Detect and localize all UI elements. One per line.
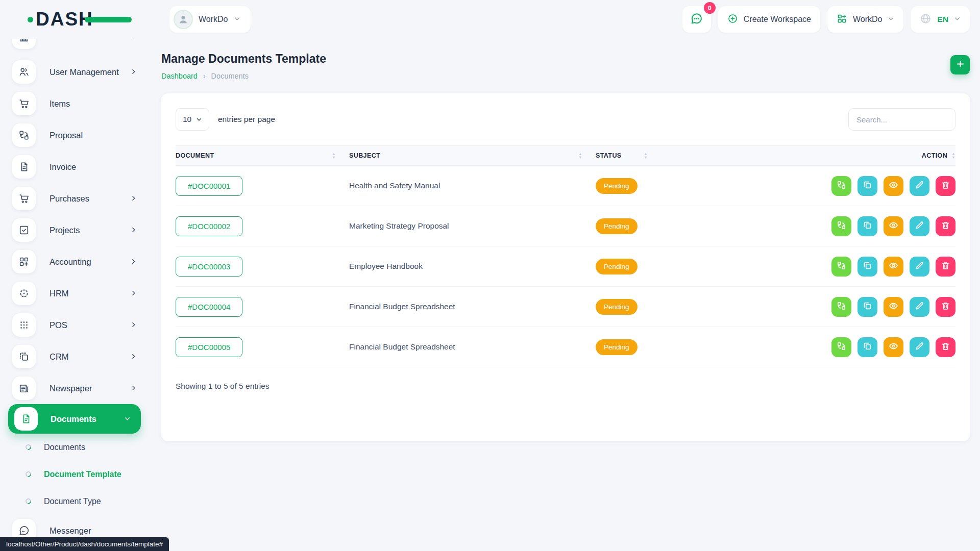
- cart-icon: [12, 92, 36, 115]
- table-row: #DOC00005Financial Budget SpreadsheetPen…: [176, 327, 955, 367]
- edit-button[interactable]: [910, 257, 929, 277]
- copy-icon: [863, 220, 872, 232]
- convert-icon: [837, 341, 846, 353]
- delete-button[interactable]: [936, 176, 955, 196]
- pencil-icon: [915, 220, 924, 232]
- subject-text: Health and Safety Manual: [349, 181, 440, 190]
- sidebar-item-hrm[interactable]: HRM: [0, 278, 149, 309]
- sidebar-item-accounting[interactable]: Accounting: [0, 246, 149, 278]
- sort-arrows-icon[interactable]: ▲▼: [951, 152, 955, 159]
- sidebar-item-partial[interactable]: [0, 39, 149, 54]
- sidebar-item-proposal[interactable]: Proposal: [0, 119, 149, 151]
- sidebar-item-label: CRM: [50, 352, 69, 362]
- breadcrumb-current: Documents: [211, 72, 249, 80]
- duplicate-button[interactable]: [857, 297, 877, 317]
- duplicate-button[interactable]: [857, 257, 877, 277]
- chevron-right-icon: [130, 67, 137, 77]
- workspace-switcher[interactable]: WorkDo: [169, 6, 251, 33]
- convert-button[interactable]: [831, 337, 851, 357]
- duplicate-button[interactable]: [857, 176, 877, 196]
- edit-button[interactable]: [910, 337, 929, 357]
- sidebar-subitem-label: Document Type: [44, 497, 101, 506]
- document-id-badge: #DOC00004: [176, 297, 242, 317]
- search-input[interactable]: [848, 108, 955, 131]
- create-workspace-button[interactable]: Create Workspace: [718, 6, 820, 33]
- chevron-down-icon: [234, 15, 240, 24]
- sidebar-item-items[interactable]: Items: [0, 88, 149, 119]
- sidebar-subitem-document-template[interactable]: Document Template: [0, 461, 149, 488]
- sidebar-subitem-documents[interactable]: Documents: [0, 434, 149, 461]
- header-actions: 0 Create Workspace WorkDo EN: [682, 6, 970, 33]
- sidebar: User ManagementItemsProposalInvoicePurch…: [0, 39, 149, 551]
- status-badge: Pending: [596, 178, 638, 194]
- duplicate-button[interactable]: [857, 337, 877, 357]
- document-id-badge: #DOC00005: [176, 337, 242, 357]
- sidebar-item-purchases[interactable]: Purchases: [0, 183, 149, 214]
- breadcrumb-dashboard[interactable]: Dashboard: [161, 72, 198, 80]
- brand-logo[interactable]: DASH: [36, 7, 138, 32]
- sidebar-item-documents[interactable]: Documents: [8, 404, 141, 434]
- breadcrumb-separator-icon: ›: [203, 72, 206, 80]
- delete-button[interactable]: [936, 257, 955, 277]
- language-button[interactable]: EN: [911, 6, 970, 33]
- view-button[interactable]: [884, 176, 903, 196]
- convert-button[interactable]: [831, 216, 851, 236]
- convert-button[interactable]: [831, 257, 851, 277]
- bullet-ring-icon: [24, 470, 32, 478]
- trash-icon: [941, 180, 950, 191]
- edit-button[interactable]: [910, 297, 929, 317]
- sort-arrows-icon[interactable]: ▲▼: [578, 152, 582, 159]
- duplicate-button[interactable]: [857, 216, 877, 236]
- document-id-badge: #DOC00003: [176, 257, 242, 277]
- sidebar-item-newspaper[interactable]: Newspaper: [0, 372, 149, 404]
- document-id-badge: #DOC00002: [176, 216, 242, 236]
- view-button[interactable]: [884, 216, 903, 236]
- column-header-status[interactable]: STATUS▲▼: [596, 152, 661, 159]
- page-header: Manage Documents Template Dashboard › Do…: [161, 52, 970, 80]
- copy-icon: [863, 180, 872, 191]
- view-button[interactable]: [884, 257, 903, 277]
- delete-button[interactable]: [936, 337, 955, 357]
- sort-arrows-icon[interactable]: ▲▼: [644, 152, 648, 159]
- invoice-icon: [12, 155, 36, 179]
- table-card: 10 entries per page DOCUMENT▲▼SUBJECT▲▼S…: [161, 93, 970, 441]
- table-row: #DOC00003Employee HandbookPending: [176, 246, 955, 287]
- pencil-icon: [915, 341, 924, 353]
- sidebar-item-projects[interactable]: Projects: [0, 214, 149, 246]
- projects-icon: [12, 218, 36, 242]
- sidebar-item-user-management[interactable]: User Management: [0, 56, 149, 88]
- delete-button[interactable]: [936, 297, 955, 317]
- column-header-document[interactable]: DOCUMENT▲▼: [176, 152, 349, 159]
- sidebar-item-label: HRM: [50, 289, 69, 298]
- sidebar-subitem-document-type[interactable]: Document Type: [0, 488, 149, 515]
- edit-button[interactable]: [910, 216, 929, 236]
- row-actions: [831, 297, 955, 317]
- edit-button[interactable]: [910, 176, 929, 196]
- column-label: SUBJECT: [349, 152, 380, 159]
- table-controls: 10 entries per page: [176, 108, 955, 131]
- messages-button[interactable]: 0: [682, 6, 711, 33]
- building-icon: [12, 39, 36, 49]
- pencil-icon: [915, 301, 924, 312]
- convert-icon: [837, 220, 846, 232]
- view-button[interactable]: [884, 337, 903, 357]
- delete-button[interactable]: [936, 216, 955, 236]
- sidebar-item-crm[interactable]: CRM: [0, 341, 149, 372]
- sort-arrows-icon[interactable]: ▲▼: [332, 152, 336, 159]
- convert-button[interactable]: [831, 176, 851, 196]
- add-template-button[interactable]: [950, 55, 970, 74]
- status-bar-url: localhost/Other/Product/dash/documents/t…: [6, 540, 163, 548]
- workdo-menu-button[interactable]: WorkDo: [827, 6, 904, 33]
- convert-button[interactable]: [831, 297, 851, 317]
- column-header-subject[interactable]: SUBJECT▲▼: [349, 152, 596, 159]
- entries-select[interactable]: 10: [176, 108, 209, 131]
- view-button[interactable]: [884, 297, 903, 317]
- globe-icon: [920, 13, 932, 27]
- sidebar-item-pos[interactable]: POS: [0, 309, 149, 341]
- sidebar-item-invoice[interactable]: Invoice: [0, 151, 149, 183]
- entries-select-value: 10: [183, 115, 191, 124]
- copy-icon: [863, 341, 872, 353]
- column-header-action[interactable]: ACTION▲▼: [922, 152, 955, 159]
- chevron-down-icon: [124, 414, 131, 424]
- status-badge: Pending: [596, 218, 638, 234]
